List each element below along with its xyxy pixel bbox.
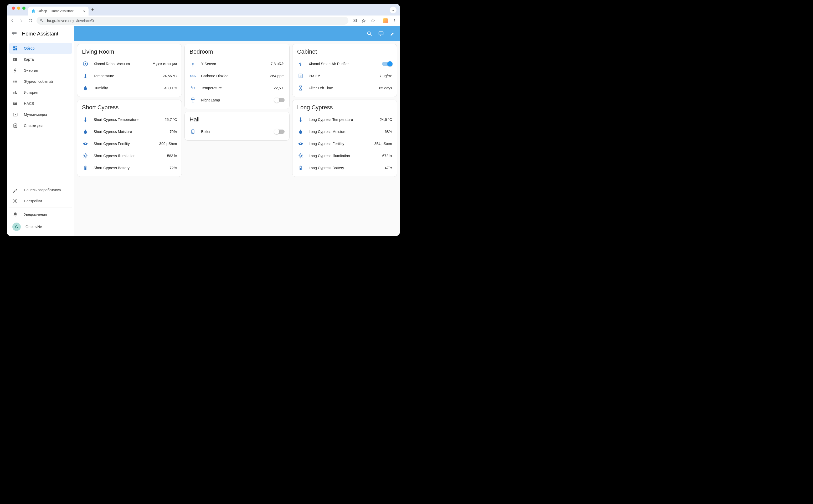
close-window-button[interactable]	[12, 7, 15, 10]
svg-point-30	[85, 63, 86, 65]
entity-value: 583 lx	[167, 154, 177, 158]
profile-icon[interactable]	[383, 18, 388, 23]
hacs-icon	[12, 101, 18, 106]
entity-row[interactable]: Xiaomi Robot VacuumУ док-станции	[82, 58, 177, 70]
svg-point-39	[300, 63, 301, 64]
vacuum-icon	[82, 60, 89, 67]
card-title: Hall	[189, 116, 284, 123]
edit-icon[interactable]	[390, 31, 395, 37]
tabs-dropdown-button[interactable]: ⌄	[390, 7, 397, 13]
sidebar-item-settings[interactable]: Настройки	[9, 196, 72, 207]
address-bar[interactable]: ha.grakovne.org/lovelace/0	[37, 17, 348, 25]
home-assistant-app: Home Assistant Обзор Карта Энергия Журн	[7, 26, 400, 236]
install-app-icon[interactable]	[352, 18, 357, 23]
browser-tab-bar: Обзор – Home Assistant × + ⌄	[7, 4, 400, 16]
sidebar-item-label: Обзор	[24, 46, 34, 50]
svg-rect-37	[192, 130, 194, 134]
svg-rect-15	[13, 92, 14, 94]
dashboard-grid: Living Room Xiaomi Robot VacuumУ док-ста…	[74, 41, 400, 236]
window-controls	[9, 7, 28, 13]
entity-row[interactable]: Xiaomi Smart Air Purifier	[297, 58, 392, 70]
entity-row[interactable]: Filter Left Time85 days	[297, 82, 392, 94]
sidebar-item-overview[interactable]: Обзор	[9, 43, 72, 54]
close-tab-icon[interactable]: ×	[83, 9, 85, 13]
bookmark-icon[interactable]	[361, 18, 366, 23]
sidebar-item-devtools[interactable]: Панель разработчика	[9, 184, 72, 196]
entity-row[interactable]: Night Lamp	[189, 94, 284, 106]
sidebar-item-map[interactable]: Карта	[9, 54, 72, 65]
entity-row[interactable]: Short Cypress Illumitation583 lx	[82, 150, 177, 162]
svg-point-42	[300, 143, 301, 145]
svg-rect-36	[85, 167, 86, 168]
entity-label: PM 2.5	[309, 74, 380, 78]
chat-icon[interactable]	[378, 31, 384, 37]
sidebar-item-energy[interactable]: Энергия	[9, 65, 72, 76]
extensions-icon[interactable]	[370, 18, 375, 23]
reload-button[interactable]	[28, 18, 33, 23]
history-icon	[12, 90, 18, 95]
entity-row[interactable]: PM 2.57 µg/m³	[297, 70, 392, 82]
back-button[interactable]	[10, 18, 15, 23]
toggle-switch[interactable]	[275, 98, 285, 102]
water-icon	[297, 128, 304, 135]
sidebar-item-logbook[interactable]: Журнал событий	[9, 76, 72, 87]
entity-label: Humidity	[94, 86, 164, 90]
site-settings-icon[interactable]	[40, 19, 44, 23]
sidebar-toggle-icon[interactable]	[11, 31, 17, 37]
entity-label: Xiaomi Smart Air Purifier	[309, 62, 382, 66]
avatar: G	[12, 223, 21, 231]
app-title: Home Assistant	[22, 31, 58, 37]
maximize-window-button[interactable]	[22, 7, 25, 10]
svg-rect-16	[15, 91, 16, 94]
svg-point-14	[14, 59, 15, 59]
svg-rect-46	[300, 167, 301, 168]
entity-row[interactable]: CO₂Carbone Dioxide364 ppm	[189, 70, 284, 82]
entity-value: 47%	[385, 166, 392, 170]
sidebar-item-todo[interactable]: Списки дел	[9, 120, 72, 131]
forward-button[interactable]	[19, 18, 24, 23]
sidebar-user[interactable]: G GrakovNe	[9, 220, 72, 234]
sidebar-item-media[interactable]: Мультимедиа	[9, 109, 72, 120]
fan-icon	[297, 60, 304, 67]
card-title: Long Cypress	[297, 104, 392, 111]
gear-outline-icon	[297, 152, 304, 159]
entity-row[interactable]: Long Cypress Illumitation672 lx	[297, 150, 392, 162]
thermometer-icon	[297, 116, 304, 123]
minimize-window-button[interactable]	[17, 7, 20, 10]
sidebar-item-label: Списки дел	[24, 124, 43, 128]
entity-row[interactable]: Short Cypress Fertility399 µS/cm	[82, 138, 177, 150]
entity-row[interactable]: Long Cypress Battery47%	[297, 162, 392, 174]
browser-tab[interactable]: Обзор – Home Assistant ×	[28, 7, 89, 16]
sidebar-item-history[interactable]: История	[9, 87, 72, 98]
svg-point-4	[394, 20, 395, 21]
entity-row[interactable]: Long Cypress Temperature24,6 °C	[297, 114, 392, 126]
entity-label: Short Cypress Illumitation	[94, 154, 167, 158]
entity-row[interactable]: Short Cypress Temperature25,7 °C	[82, 114, 177, 126]
entity-row[interactable]: Humidity43,11%	[82, 82, 177, 94]
entity-row[interactable]: γY Sensor7,8 uR/h	[189, 58, 284, 70]
sidebar-item-hacs[interactable]: HACS	[9, 98, 72, 109]
eye-icon	[297, 140, 304, 147]
toggle-switch[interactable]	[275, 130, 285, 134]
entity-row[interactable]: Temperature24,56 °C	[82, 70, 177, 82]
entity-value: 24,6 °C	[380, 117, 392, 122]
new-tab-button[interactable]: +	[89, 7, 97, 13]
toolbar-actions	[352, 18, 397, 23]
svg-point-23	[15, 200, 16, 202]
dashboard-column: Bedroom γY Sensor7,8 uR/h CO₂Carbone Dio…	[184, 44, 289, 177]
toolbar-divider	[379, 18, 379, 23]
entity-row[interactable]: Long Cypress Moisture68%	[297, 126, 392, 138]
sidebar-item-label: HACS	[24, 101, 34, 106]
entity-row[interactable]: Short Cypress Battery72%	[82, 162, 177, 174]
entity-row[interactable]: Boiler	[189, 126, 284, 138]
svg-point-43	[300, 155, 301, 157]
entity-row[interactable]: Long Cypress Fertility354 µS/cm	[297, 138, 392, 150]
sidebar-item-notifications[interactable]: Уведомления	[9, 209, 72, 220]
toggle-switch[interactable]	[382, 62, 392, 66]
entity-label: Y Sensor	[201, 62, 270, 66]
entity-row[interactable]: Short Cypress Moisture70%	[82, 126, 177, 138]
sidebar-divider	[9, 208, 72, 208]
browser-menu-icon[interactable]	[392, 19, 397, 23]
search-icon[interactable]	[367, 31, 372, 37]
entity-row[interactable]: °CTemperature22,5 C	[189, 82, 284, 94]
